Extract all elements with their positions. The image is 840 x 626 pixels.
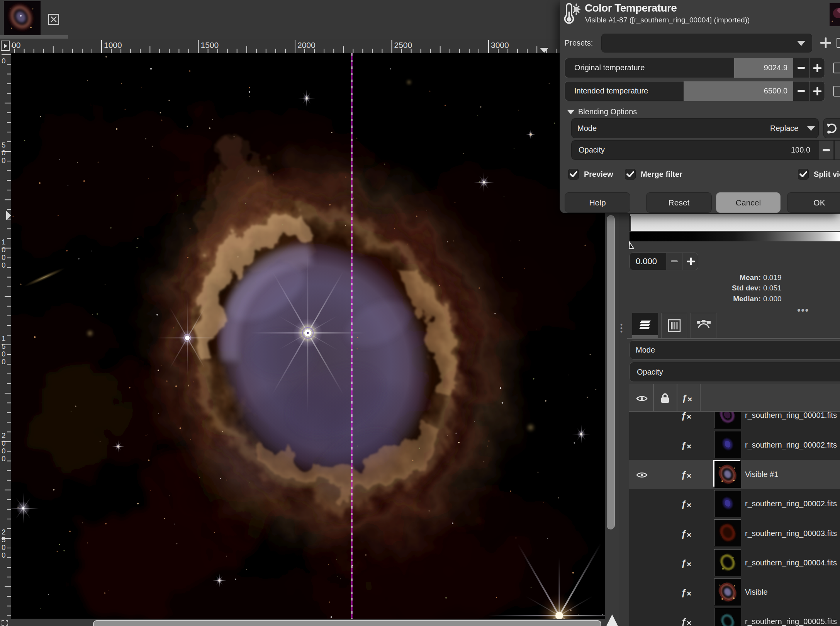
- svg-text:ƒ: ƒ: [681, 469, 686, 480]
- svg-text:3000: 3000: [491, 41, 509, 49]
- svg-text:2500: 2500: [394, 41, 412, 49]
- svg-text:0: 0: [2, 543, 6, 551]
- svg-text:ƒ: ƒ: [681, 499, 686, 509]
- svg-text:0: 0: [2, 156, 6, 165]
- svg-text:500: 500: [11, 41, 21, 49]
- svg-text:2: 2: [2, 528, 6, 536]
- svg-text:2: 2: [2, 431, 6, 439]
- svg-text:ƒ: ƒ: [681, 440, 686, 450]
- svg-text:×: ×: [687, 618, 691, 626]
- svg-text:1000: 1000: [104, 41, 122, 49]
- svg-text:5: 5: [2, 342, 6, 350]
- svg-text:ƒ: ƒ: [681, 616, 686, 626]
- svg-text:0: 0: [2, 455, 6, 463]
- svg-text:0: 0: [2, 439, 6, 447]
- svg-text:×: ×: [687, 589, 691, 598]
- svg-text:ƒ: ƒ: [681, 412, 686, 421]
- svg-text:1: 1: [2, 238, 6, 246]
- svg-text:1500: 1500: [201, 41, 219, 49]
- svg-text:0: 0: [2, 246, 6, 254]
- svg-text:0: 0: [2, 358, 6, 366]
- svg-text:×: ×: [687, 412, 691, 421]
- svg-text:0: 0: [2, 261, 6, 269]
- svg-text:0: 0: [2, 551, 6, 559]
- svg-text:×: ×: [687, 395, 692, 404]
- svg-text:0: 0: [2, 253, 6, 261]
- svg-text:0: 0: [2, 447, 6, 455]
- svg-text:0: 0: [2, 149, 6, 157]
- svg-text:×: ×: [687, 471, 691, 480]
- svg-text:×: ×: [687, 442, 691, 451]
- svg-text:1: 1: [2, 334, 6, 343]
- svg-text:2000: 2000: [297, 41, 316, 49]
- svg-text:0: 0: [2, 350, 6, 358]
- svg-text:ƒ: ƒ: [681, 558, 686, 568]
- svg-text:×: ×: [687, 560, 691, 568]
- svg-text:0: 0: [2, 57, 6, 65]
- svg-text:×: ×: [687, 500, 691, 509]
- svg-text:×: ×: [687, 530, 691, 539]
- svg-text:5: 5: [2, 141, 6, 149]
- svg-text:5: 5: [2, 536, 6, 544]
- svg-text:ƒ: ƒ: [682, 393, 687, 403]
- svg-text:ƒ: ƒ: [681, 528, 686, 539]
- svg-text:ƒ: ƒ: [681, 587, 686, 597]
